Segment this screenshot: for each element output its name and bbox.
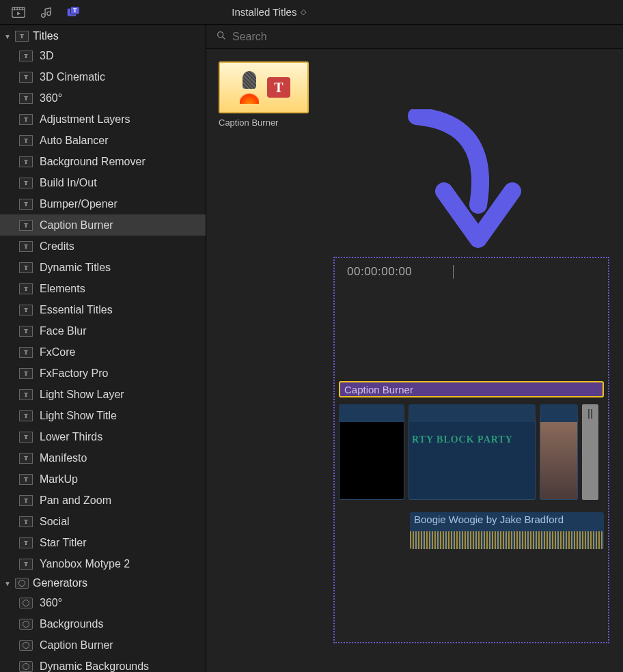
- sidebar-item-label: Background Remover: [40, 156, 146, 168]
- sidebar-item[interactable]: TLower Thirds: [0, 426, 206, 447]
- clip-label: FCP: [544, 410, 565, 421]
- sidebar-item[interactable]: TAuto Balancer: [0, 130, 206, 151]
- clip-label: Green on Blue: [413, 410, 480, 421]
- generators-category-header[interactable]: ▼ Generators: [0, 574, 206, 592]
- timeline-video-clip[interactable]: Green on Blue RTY BLOCK PARTY: [409, 404, 536, 500]
- sidebar-item[interactable]: TBumper/Opener: [0, 193, 206, 214]
- svg-text:T: T: [73, 8, 77, 14]
- sidebar-item[interactable]: TLight Show Title: [0, 405, 206, 426]
- timeline-video-clip[interactable]: FCP: [540, 404, 578, 500]
- sidebar-item-label: 3D Cinematic: [40, 71, 105, 83]
- sidebar-item-label: Light Show Layer: [40, 389, 124, 401]
- sidebar-item[interactable]: T360°: [0, 87, 206, 109]
- sidebar-item-label: Dynamic Backgrounds: [40, 660, 149, 673]
- generator-icon: [19, 640, 33, 651]
- timeline-video-clip[interactable]: Custom: [339, 404, 404, 500]
- sidebar-item[interactable]: Caption Burner: [0, 634, 206, 656]
- sidebar-item-label: Star Titler: [40, 537, 86, 549]
- generator-icon: [19, 619, 33, 630]
- text-icon: T: [19, 432, 33, 443]
- sidebar-item[interactable]: TSocial: [0, 511, 206, 532]
- text-badge-icon: T: [267, 77, 290, 98]
- sidebar-item[interactable]: Dynamic Backgrounds: [0, 656, 206, 672]
- text-icon: T: [19, 156, 33, 167]
- timeline-ruler[interactable]: 00:00:00:00: [335, 258, 608, 285]
- svg-point-2: [42, 13, 46, 17]
- chevron-updown-icon: ◇: [301, 8, 304, 16]
- sidebar-item[interactable]: TAdjustment Layers: [0, 109, 206, 130]
- sidebar-item[interactable]: TBuild In/Out: [0, 172, 206, 193]
- sidebar-item[interactable]: TBackground Remover: [0, 151, 206, 172]
- sidebar-item-label: Build In/Out: [40, 177, 97, 189]
- sidebar-item[interactable]: TCredits: [0, 236, 206, 257]
- generator-icon: [19, 661, 33, 672]
- generator-icon: [15, 578, 29, 589]
- browser-filter-dropdown[interactable]: Installed Titles ◇: [232, 6, 304, 18]
- text-icon: T: [19, 114, 33, 125]
- sidebar-item[interactable]: TFace Blur: [0, 320, 206, 341]
- photos-audio-icon[interactable]: [38, 5, 53, 20]
- text-icon: T: [19, 72, 33, 83]
- text-icon: T: [19, 474, 33, 485]
- text-icon: T: [19, 368, 33, 379]
- sidebar-item-label: Credits: [40, 240, 74, 253]
- sidebar-item-label: 360°: [40, 597, 62, 609]
- dropdown-label: Installed Titles: [232, 6, 296, 18]
- search-input[interactable]: [232, 31, 613, 43]
- text-icon: T: [19, 347, 33, 358]
- titles-generators-icon[interactable]: T: [66, 5, 81, 20]
- generator-icon: [19, 598, 33, 608]
- sidebar-item-label: Dynamic Titles: [40, 262, 111, 274]
- sidebar-item-label: Lower Thirds: [40, 431, 102, 443]
- sidebar-item[interactable]: TElements: [0, 278, 206, 299]
- sidebar-item[interactable]: 360°: [0, 592, 206, 613]
- sidebar-item-label: FxCore: [40, 346, 75, 359]
- microphone-icon: [237, 71, 262, 104]
- clip-label: Boogie Woogie by Jake Bradford: [414, 514, 564, 525]
- sidebar-item-label: Social: [40, 516, 70, 528]
- sidebar-item[interactable]: TYanobox Motype 2: [0, 553, 206, 574]
- text-icon: T: [19, 495, 33, 506]
- sidebar-item[interactable]: TStar Titler: [0, 532, 206, 553]
- text-icon: T: [19, 93, 33, 104]
- sidebar-item[interactable]: TMarkUp: [0, 468, 206, 490]
- text-icon: T: [19, 516, 33, 527]
- sidebar-item[interactable]: TFxCore: [0, 341, 206, 363]
- playhead-icon[interactable]: [453, 265, 454, 279]
- text-icon: T: [19, 51, 33, 61]
- search-bar: [206, 25, 623, 49]
- text-icon: T: [19, 199, 33, 210]
- sidebar-item[interactable]: TPan and Zoom: [0, 490, 206, 511]
- browser-grid: T Caption Burner: [206, 49, 623, 140]
- titles-category-header[interactable]: ▼ T Titles: [0, 27, 206, 45]
- timeline-panel: 00:00:00:00 Caption Burner Custom Green …: [333, 257, 609, 643]
- sidebar-item-label: 360°: [40, 92, 62, 104]
- sidebar-item[interactable]: TManifesto: [0, 447, 206, 468]
- media-browser-icon[interactable]: [11, 5, 26, 20]
- sidebar-item[interactable]: TDynamic Titles: [0, 257, 206, 278]
- title-thumbnail-card[interactable]: T Caption Burner: [219, 61, 309, 128]
- svg-marker-1: [17, 12, 20, 16]
- category-label: Titles: [33, 30, 59, 42]
- sidebar-item[interactable]: TCaption Burner: [0, 214, 206, 236]
- search-icon: [216, 30, 227, 43]
- svg-line-8: [223, 37, 225, 40]
- sidebar-item[interactable]: T3D: [0, 45, 206, 66]
- text-icon: T: [19, 453, 33, 464]
- text-icon: T: [19, 410, 33, 421]
- timecode-display: 00:00:00:00: [347, 265, 412, 279]
- sidebar-item[interactable]: TLight Show Layer: [0, 384, 206, 405]
- sidebar-item[interactable]: TEssential Titles: [0, 299, 206, 320]
- clip-trim-handle[interactable]: ||: [582, 404, 598, 500]
- text-icon: T: [15, 31, 29, 42]
- top-toolbar: T Installed Titles ◇: [0, 0, 623, 25]
- disclosure-triangle-icon: ▼: [4, 580, 11, 587]
- timeline-audio-clip[interactable]: Boogie Woogie by Jake Bradford: [410, 512, 604, 549]
- sidebar-item[interactable]: Backgrounds: [0, 613, 206, 634]
- sidebar-item-label: Elements: [40, 283, 85, 295]
- sidebar-item[interactable]: T3D Cinematic: [0, 66, 206, 87]
- sidebar-item-label: Light Show Title: [40, 410, 117, 422]
- timeline-title-clip[interactable]: Caption Burner: [339, 381, 604, 397]
- waveform-icon: [410, 531, 604, 549]
- sidebar-item[interactable]: TFxFactory Pro: [0, 363, 206, 384]
